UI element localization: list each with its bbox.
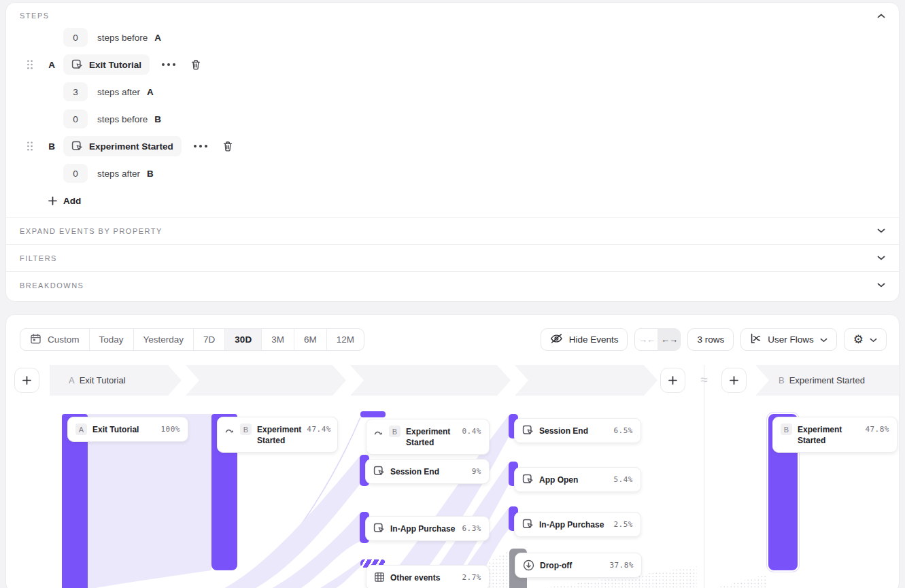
flow-node-label: Drop-off	[540, 559, 572, 571]
add-step-button[interactable]: Add	[6, 187, 899, 214]
step-badge: A	[75, 423, 87, 435]
steps-after-b-input[interactable]: 0	[63, 164, 88, 183]
steps-before-b-row: 0 steps before B	[6, 105, 899, 133]
step-ref-a: A	[147, 87, 154, 97]
flow-node-percent: 47.8%	[865, 423, 889, 434]
event-icon	[522, 519, 534, 530]
indirect-flow-arrow-icon	[374, 426, 383, 436]
date-range-6m[interactable]: 6M	[294, 329, 326, 350]
flow-node-percent: 2.7%	[462, 572, 482, 582]
event-icon	[71, 141, 83, 152]
event-select-button-b[interactable]: Experiment Started	[63, 136, 182, 156]
grid-icon	[374, 572, 385, 583]
section-expand-events[interactable]: EXPAND EVENTS BY PROPERTY	[6, 217, 899, 244]
date-range-30d-selected[interactable]: 30D	[224, 329, 261, 350]
arrows-inward-icon: →←	[638, 334, 655, 345]
arrows-outward-icon: ←→	[661, 334, 677, 345]
chevron-down-icon	[870, 334, 877, 345]
section-breakdowns-title: BREAKDOWNS	[20, 281, 84, 290]
date-range-yesterday[interactable]: Yesterday	[133, 329, 194, 350]
flow-node-percent: 6.3%	[462, 523, 482, 533]
steps-after-a-row: 3 steps after A	[6, 78, 899, 105]
flow-node-label: Session End	[390, 466, 439, 477]
steps-before-a-label: steps before	[97, 33, 148, 43]
flow-node-exit-tutorial[interactable]: A Exit Tutorial 100%	[67, 417, 188, 442]
section-filters[interactable]: FILTERS	[6, 244, 899, 271]
event-icon	[373, 523, 385, 534]
flow-node-percent: 9%	[472, 466, 481, 476]
chart-toolbar: Custom Today Yesterday 7D 30D 3M 6M 12M …	[6, 315, 899, 351]
flow-node-label: Experiment Started	[798, 423, 857, 446]
flow-node-percent: 37.8%	[609, 559, 634, 570]
flow-node-percent: 47.4%	[307, 423, 331, 434]
steps-before-b-label: steps before	[97, 114, 148, 124]
flow-node-other-events[interactable]: Other events 2.7%	[366, 565, 490, 588]
date-range-custom[interactable]: Custom	[20, 329, 89, 350]
trash-icon[interactable]	[222, 141, 233, 152]
date-range-12m[interactable]: 12M	[326, 329, 364, 350]
hide-events-button[interactable]: Hide Events	[541, 328, 628, 351]
flow-node-percent: 5.4%	[614, 474, 634, 484]
steps-before-a-input[interactable]: 0	[63, 28, 88, 47]
step-badge: B	[240, 423, 252, 435]
section-filters-title: FILTERS	[20, 254, 57, 262]
trash-icon[interactable]	[190, 59, 201, 71]
event-a-name: Exit Tutorial	[89, 60, 141, 70]
more-options-icon[interactable]	[193, 144, 208, 148]
date-range-control: Custom Today Yesterday 7D 30D 3M 6M 12M	[20, 328, 364, 351]
chevron-down-icon	[877, 228, 885, 233]
step-badge: B	[389, 426, 400, 437]
chevron-down-icon	[877, 283, 885, 288]
flow-node-in-app-purchase[interactable]: In-App Purchase 6.3%	[365, 516, 490, 541]
flow-node-experiment-started-final[interactable]: B Experiment Started 47.8%	[772, 417, 898, 453]
flow-node-session-end[interactable]: Session End 6.5%	[514, 418, 641, 443]
add-step-label: Add	[63, 196, 81, 206]
steps-before-a-row: 0 steps before A	[6, 24, 899, 51]
date-range-7d[interactable]: 7D	[193, 329, 224, 350]
more-options-icon[interactable]	[161, 63, 176, 67]
date-range-today[interactable]: Today	[89, 329, 133, 350]
flow-node-percent: 0.4%	[462, 426, 482, 436]
event-select-button-a[interactable]: Exit Tutorial	[63, 54, 150, 75]
step-b-letter: B	[47, 141, 56, 152]
flow-node-in-app-purchase[interactable]: In-App Purchase 2.5%	[514, 512, 641, 537]
calendar-icon	[30, 333, 41, 347]
user-flows-visualization: A Exit Tutorial ≈ B Experiment Started	[6, 365, 899, 588]
flow-node-label: In-App Purchase	[390, 523, 455, 534]
event-icon	[522, 474, 534, 485]
drag-handle-icon[interactable]	[27, 59, 35, 70]
settings-button[interactable]: ⚙	[844, 328, 887, 351]
flow-node-app-open[interactable]: App Open 5.4%	[514, 467, 641, 492]
chevron-up-icon[interactable]	[877, 14, 885, 18]
steps-after-a-input[interactable]: 3	[63, 82, 88, 101]
section-breakdowns[interactable]: BREAKDOWNS	[6, 271, 899, 298]
flow-node-percent: 2.5%	[614, 519, 634, 529]
flow-node-experiment-started[interactable]: B Experiment Started 47.4%	[217, 417, 338, 453]
flow-node-label: Experiment Started	[257, 423, 301, 446]
flow-node-drop-off[interactable]: Drop-off 37.8%	[515, 553, 642, 578]
flow-node-experiment-started[interactable]: B Experiment Started 0.4%	[366, 419, 490, 455]
indirect-flow-arrow-icon	[225, 423, 235, 434]
rows-count-button[interactable]: 3 rows	[687, 328, 734, 351]
flow-node-percent: 100%	[161, 423, 181, 434]
flow-node-session-end[interactable]: Session End 9%	[365, 459, 490, 484]
hide-events-label: Hide Events	[569, 334, 619, 345]
view-type-label: User Flows	[768, 334, 814, 345]
flow-node-label: Session End	[539, 425, 588, 436]
view-type-button[interactable]: User Flows	[740, 328, 837, 351]
flow-node-label: Other events	[390, 572, 440, 583]
expand-columns-button[interactable]: ←→	[658, 329, 680, 350]
event-icon	[71, 59, 83, 70]
drag-handle-icon[interactable]	[27, 141, 35, 152]
steps-section-header[interactable]: STEPS	[6, 3, 899, 24]
flow-node-label: Experiment Started	[406, 426, 457, 448]
chart-panel: Custom Today Yesterday 7D 30D 3M 6M 12M …	[5, 314, 900, 588]
steps-before-b-input[interactable]: 0	[63, 109, 88, 128]
chevron-down-icon	[877, 256, 885, 260]
flow-node-label: App Open	[539, 474, 578, 485]
date-range-3m[interactable]: 3M	[261, 329, 294, 350]
steps-section-title: STEPS	[20, 12, 50, 20]
event-icon	[522, 425, 534, 436]
flow-bar-experiment-started-small[interactable]	[360, 411, 386, 417]
collapse-columns-button[interactable]: →←	[635, 329, 658, 350]
